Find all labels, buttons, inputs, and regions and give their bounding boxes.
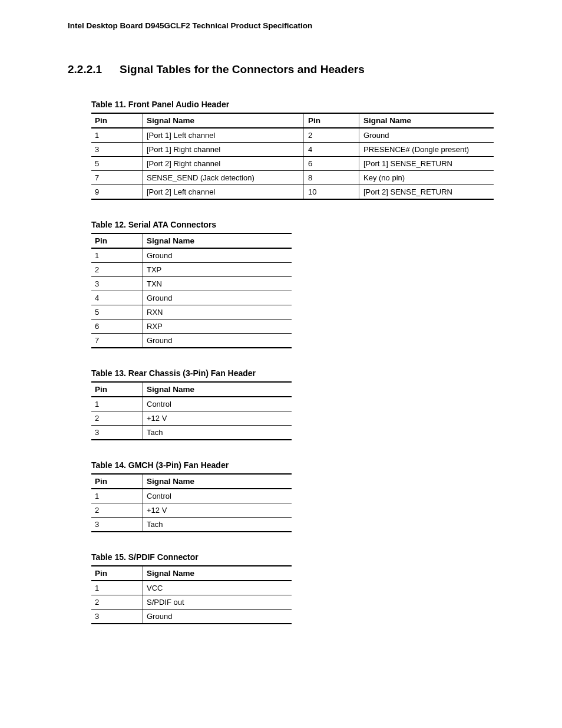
cell-signal: Ground xyxy=(142,334,292,348)
table-14-body: 1 Control 2 +12 V 3 Tach xyxy=(91,489,292,532)
table-14-block: Table 14. GMCH (3-Pin) Fan Header Pin Si… xyxy=(91,460,494,532)
cell-pin: 8 xyxy=(303,171,359,185)
cell-signal: [Port 1] Left channel xyxy=(142,128,303,143)
cell-signal: Ground xyxy=(359,128,494,143)
table-11-block: Table 11. Front Panel Audio Header Pin S… xyxy=(91,100,494,200)
cell-signal: PRESENCE# (Dongle present) xyxy=(359,143,494,157)
table-row: 1 VCC xyxy=(91,581,292,595)
table-row: 1 [Port 1] Left channel 2 Ground xyxy=(91,128,494,143)
col-signal-header: Signal Name xyxy=(142,474,292,489)
col-signal-header: Signal Name xyxy=(142,566,292,581)
col-pin-header: Pin xyxy=(91,566,142,581)
table-15-title: Table 15. S/PDIF Connector xyxy=(91,552,494,562)
cell-signal: SENSE_SEND (Jack detection) xyxy=(142,171,303,185)
table-row: 1 Control xyxy=(91,489,292,503)
cell-pin: 7 xyxy=(91,171,142,185)
col-signal-header: Signal Name xyxy=(359,113,494,128)
cell-signal: TXP xyxy=(142,263,292,277)
table-header-row: Pin Signal Name xyxy=(91,382,292,397)
table-11-body: 1 [Port 1] Left channel 2 Ground 3 [Port… xyxy=(91,128,494,199)
table-row: 2 +12 V xyxy=(91,411,292,426)
cell-pin: 4 xyxy=(91,291,142,305)
section-heading: 2.2.2.1 Signal Tables for the Connectors… xyxy=(68,63,494,76)
cell-pin: 3 xyxy=(91,610,142,624)
table-row: 7 SENSE_SEND (Jack detection) 8 Key (no … xyxy=(91,171,494,185)
cell-pin: 1 xyxy=(91,489,142,503)
table-13-body: 1 Control 2 +12 V 3 Tach xyxy=(91,397,292,440)
table-row: 7 Ground xyxy=(91,334,292,348)
cell-signal: Ground xyxy=(142,291,292,305)
cell-pin: 3 xyxy=(91,518,142,532)
table-row: 5 RXN xyxy=(91,305,292,319)
cell-pin: 9 xyxy=(91,185,142,200)
table-row: 3 Tach xyxy=(91,518,292,532)
col-pin-header: Pin xyxy=(91,474,142,489)
table-row: 9 [Port 2] Left channel 10 [Port 2] SENS… xyxy=(91,185,494,200)
table-header-row: Pin Signal Name xyxy=(91,233,292,248)
cell-signal: [Port 1] SENSE_RETURN xyxy=(359,157,494,171)
cell-pin: 2 xyxy=(91,263,142,277)
table-13-block: Table 13. Rear Chassis (3-Pin) Fan Heade… xyxy=(91,368,494,440)
table-row: 3 Tach xyxy=(91,426,292,440)
section-number: 2.2.2.1 xyxy=(68,63,102,76)
table-row: 5 [Port 2] Right channel 6 [Port 1] SENS… xyxy=(91,157,494,171)
cell-signal: Key (no pin) xyxy=(359,171,494,185)
table-14-title: Table 14. GMCH (3-Pin) Fan Header xyxy=(91,460,494,470)
cell-pin: 1 xyxy=(91,128,142,143)
cell-pin: 3 xyxy=(91,277,142,291)
cell-pin: 7 xyxy=(91,334,142,348)
cell-pin: 2 xyxy=(91,503,142,518)
table-15-block: Table 15. S/PDIF Connector Pin Signal Na… xyxy=(91,552,494,624)
cell-pin: 1 xyxy=(91,581,142,595)
cell-signal: Tach xyxy=(142,518,292,532)
cell-signal: [Port 2] Right channel xyxy=(142,157,303,171)
cell-signal: Ground xyxy=(142,248,292,263)
cell-pin: 2 xyxy=(91,411,142,426)
cell-signal: Tach xyxy=(142,426,292,440)
cell-pin: 1 xyxy=(91,248,142,263)
table-13-title: Table 13. Rear Chassis (3-Pin) Fan Heade… xyxy=(91,368,494,378)
cell-signal: [Port 2] SENSE_RETURN xyxy=(359,185,494,200)
cell-pin: 3 xyxy=(91,426,142,440)
cell-pin: 4 xyxy=(303,143,359,157)
col-signal-header: Signal Name xyxy=(142,113,303,128)
table-11: Pin Signal Name Pin Signal Name 1 [Port … xyxy=(91,113,494,200)
cell-signal: Control xyxy=(142,397,292,411)
page: Intel Desktop Board D945GCLF2 Technical … xyxy=(0,0,562,680)
cell-pin: 6 xyxy=(91,319,142,334)
table-header-row: Pin Signal Name xyxy=(91,474,292,489)
table-header-row: Pin Signal Name xyxy=(91,566,292,581)
cell-signal: +12 V xyxy=(142,411,292,426)
table-12-block: Table 12. Serial ATA Connectors Pin Sign… xyxy=(91,220,494,348)
table-14: Pin Signal Name 1 Control 2 +12 V 3 Tach xyxy=(91,473,292,532)
section-title: Signal Tables for the Connectors and Hea… xyxy=(120,63,365,76)
cell-signal: Ground xyxy=(142,610,292,624)
table-row: 2 S/PDIF out xyxy=(91,595,292,610)
table-15-body: 1 VCC 2 S/PDIF out 3 Ground xyxy=(91,581,292,624)
col-signal-header: Signal Name xyxy=(142,233,292,248)
table-header-row: Pin Signal Name Pin Signal Name xyxy=(91,113,494,128)
table-12-body: 1 Ground 2 TXP 3 TXN 4 Ground 5 RXN 6 RX… xyxy=(91,248,292,348)
cell-pin: 10 xyxy=(303,185,359,200)
table-row: 4 Ground xyxy=(91,291,292,305)
table-11-title: Table 11. Front Panel Audio Header xyxy=(91,100,494,109)
table-12-title: Table 12. Serial ATA Connectors xyxy=(91,220,494,229)
cell-signal: RXP xyxy=(142,319,292,334)
cell-pin: 6 xyxy=(303,157,359,171)
cell-pin: 1 xyxy=(91,397,142,411)
cell-pin: 5 xyxy=(91,305,142,319)
cell-signal: Control xyxy=(142,489,292,503)
cell-pin: 2 xyxy=(303,128,359,143)
table-row: 1 Ground xyxy=(91,248,292,263)
cell-pin: 5 xyxy=(91,157,142,171)
running-header: Intel Desktop Board D945GCLF2 Technical … xyxy=(68,21,494,30)
cell-signal: TXN xyxy=(142,277,292,291)
table-row: 6 RXP xyxy=(91,319,292,334)
cell-signal: [Port 1] Right channel xyxy=(142,143,303,157)
cell-pin: 2 xyxy=(91,595,142,610)
table-13: Pin Signal Name 1 Control 2 +12 V 3 Tach xyxy=(91,381,292,440)
table-row: 2 TXP xyxy=(91,263,292,277)
col-pin-header: Pin xyxy=(303,113,359,128)
table-row: 2 +12 V xyxy=(91,503,292,518)
col-signal-header: Signal Name xyxy=(142,382,292,397)
